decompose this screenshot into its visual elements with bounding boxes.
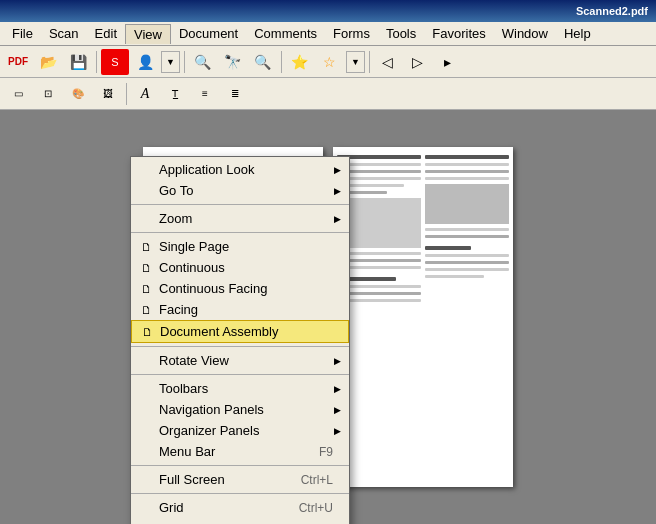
menu-item-application-look[interactable]: Application Look xyxy=(131,159,349,180)
tb-star-dropdown-arrow: ▼ xyxy=(351,57,360,67)
tb2-rect-btn[interactable]: ▭ xyxy=(4,81,32,107)
toolbar-main: PDF 📂 💾 S 👤 ▼ 🔍 🔭 🔍 ⭐ ☆ ▼ ◁ ▷ ▸ xyxy=(0,46,656,78)
menu-item-full-screen[interactable]: Full Screen Ctrl+L xyxy=(131,469,349,490)
menu-bar: File Scan Edit View Document Comments Fo… xyxy=(0,22,656,46)
tb-binoculars-btn[interactable]: 🔭 xyxy=(219,49,247,75)
tb2-text4-btn[interactable]: ≣ xyxy=(221,81,249,107)
tb2-photo-btn[interactable]: 🖼 xyxy=(94,81,122,107)
toolbar-separator-2 xyxy=(184,51,185,73)
document-content: 2 Application Look Go To Zoom 🗋 Single P… xyxy=(0,110,656,524)
single-page-icon: 🗋 xyxy=(137,238,155,256)
menu-edit[interactable]: Edit xyxy=(87,24,125,43)
tb-search-btn[interactable]: 🔍 xyxy=(189,49,217,75)
tb-save-btn[interactable]: 💾 xyxy=(64,49,92,75)
tb-nav-btn2[interactable]: ▷ xyxy=(404,49,432,75)
tb-nav-btn1[interactable]: ◁ xyxy=(374,49,402,75)
menu-sep-3 xyxy=(131,346,349,347)
tb-star-btn[interactable]: ⭐ xyxy=(286,49,314,75)
doc-page-right xyxy=(333,147,513,487)
document-assembly-icon: 🗋 xyxy=(138,323,156,341)
toolbar-secondary: ▭ ⊡ 🎨 🖼 A T̲ ≡ ≣ xyxy=(0,78,656,110)
toolbar2-separator-1 xyxy=(126,83,127,105)
menu-item-menu-bar[interactable]: Menu Bar F9 xyxy=(131,441,349,462)
menu-item-rotate-view[interactable]: Rotate View xyxy=(131,350,349,371)
menu-item-navigation-panels[interactable]: Navigation Panels xyxy=(131,399,349,420)
menu-view[interactable]: View xyxy=(125,24,171,44)
tb2-text-btn[interactable]: A xyxy=(131,81,159,107)
menu-item-toolbars[interactable]: Toolbars xyxy=(131,378,349,399)
continuous-facing-icon: 🗋 xyxy=(137,280,155,298)
menu-file[interactable]: File xyxy=(4,24,41,43)
menu-sep-5 xyxy=(131,465,349,466)
continuous-icon: 🗋 xyxy=(137,259,155,277)
title-bar: Scanned2.pdf xyxy=(0,0,656,22)
tb-person-btn[interactable]: 👤 xyxy=(131,49,159,75)
view-dropdown-menu: Application Look Go To Zoom 🗋 Single Pag… xyxy=(130,156,350,524)
tb-star-dropdown[interactable]: ▼ xyxy=(346,51,365,73)
tb-scan-btn[interactable]: S xyxy=(101,49,129,75)
menu-item-continuous-facing[interactable]: 🗋 Continuous Facing xyxy=(131,278,349,299)
tb-dropdown-arrow: ▼ xyxy=(166,57,175,67)
menu-tools[interactable]: Tools xyxy=(378,24,424,43)
tb-magnify-btn[interactable]: 🔍 xyxy=(249,49,277,75)
tb2-text2-btn[interactable]: T̲ xyxy=(161,81,189,107)
menu-item-go-to[interactable]: Go To xyxy=(131,180,349,201)
menu-item-snap-to-grid[interactable]: Snap to Grid Shift+Ctrl+U xyxy=(131,518,349,524)
toolbar-separator-4 xyxy=(369,51,370,73)
menu-forms[interactable]: Forms xyxy=(325,24,378,43)
toolbar-separator-3 xyxy=(281,51,282,73)
menu-item-single-page[interactable]: 🗋 Single Page xyxy=(131,236,349,257)
menu-item-organizer-panels[interactable]: Organizer Panels xyxy=(131,420,349,441)
menu-item-continuous[interactable]: 🗋 Continuous xyxy=(131,257,349,278)
menu-item-zoom[interactable]: Zoom xyxy=(131,208,349,229)
menu-favorites[interactable]: Favorites xyxy=(424,24,493,43)
title-text: Scanned2.pdf xyxy=(576,5,648,17)
menu-sep-6 xyxy=(131,493,349,494)
tb-dropdown-1[interactable]: ▼ xyxy=(161,51,180,73)
menu-item-grid[interactable]: Grid Ctrl+U xyxy=(131,497,349,518)
menu-document[interactable]: Document xyxy=(171,24,246,43)
toolbar-separator-1 xyxy=(96,51,97,73)
menu-comments[interactable]: Comments xyxy=(246,24,325,43)
menu-help[interactable]: Help xyxy=(556,24,599,43)
tb2-text3-btn[interactable]: ≡ xyxy=(191,81,219,107)
menu-item-document-assembly[interactable]: 🗋 Document Assembly xyxy=(131,320,349,343)
tb2-select-btn[interactable]: ⊡ xyxy=(34,81,62,107)
tb-star-empty-btn[interactable]: ☆ xyxy=(316,49,344,75)
menu-item-facing[interactable]: 🗋 Facing xyxy=(131,299,349,320)
menu-sep-4 xyxy=(131,374,349,375)
tb-open-btn[interactable]: 📂 xyxy=(34,49,62,75)
menu-scan[interactable]: Scan xyxy=(41,24,87,43)
tb2-color-btn[interactable]: 🎨 xyxy=(64,81,92,107)
menu-window[interactable]: Window xyxy=(494,24,556,43)
facing-icon: 🗋 xyxy=(137,301,155,319)
menu-sep-2 xyxy=(131,232,349,233)
tb-pdf-icon[interactable]: PDF xyxy=(4,49,32,75)
menu-sep-1 xyxy=(131,204,349,205)
tb-nav-btn3[interactable]: ▸ xyxy=(434,49,462,75)
